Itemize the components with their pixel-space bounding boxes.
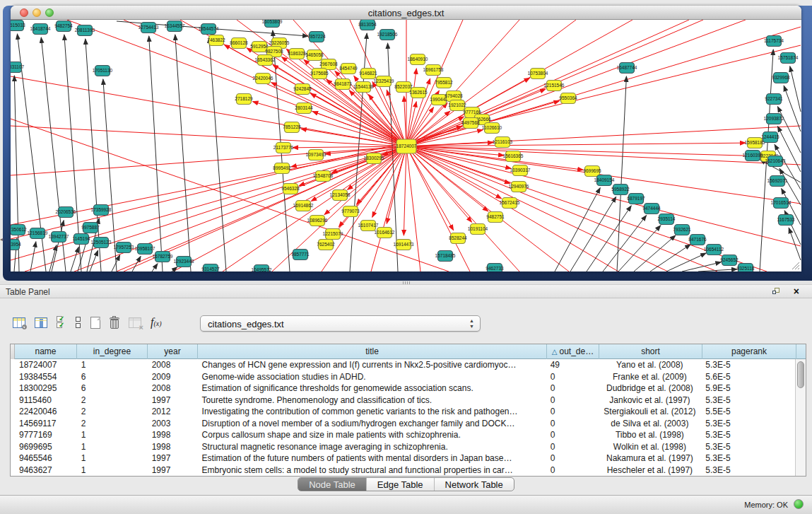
column-header-year[interactable]: year (148, 344, 198, 359)
table-cell[interactable]: 5.3E-5 (701, 452, 795, 465)
network-edge[interactable] (149, 36, 163, 271)
network-graph[interactable]: 1872400774638228660128591295423226055982… (11, 20, 801, 271)
table-cell[interactable]: Estimation of significance thresholds fo… (198, 382, 546, 395)
table-cell[interactable]: 1997 (148, 395, 198, 407)
network-window[interactable]: citations_edges.txt 18724007746382286601… (11, 6, 801, 271)
table-cell[interactable]: Changes of HCN gene expression and I(f) … (198, 359, 546, 371)
network-edge[interactable] (666, 253, 706, 271)
table-cell[interactable]: 0 (546, 371, 599, 383)
table-cell[interactable]: Nakamura et al. (1997) (599, 452, 702, 465)
table-row[interactable]: 977716911998Corpus callosum shape and si… (11, 429, 795, 441)
table-cell[interactable]: 0 (546, 441, 599, 453)
table-cell[interactable]: 9777169 (15, 429, 77, 441)
table-cell[interactable]: 5.3E-5 (701, 395, 795, 407)
row-height-icon[interactable] (76, 317, 81, 329)
network-edge[interactable] (777, 107, 801, 153)
table-row[interactable]: 911546021997Tourette syndrome. Phenomeno… (11, 395, 795, 407)
table-cell[interactable]: Jankovic et al. (1997) (599, 395, 702, 407)
network-edge[interactable] (406, 146, 519, 271)
table-cell[interactable]: 5.6E-5 (701, 371, 795, 383)
network-edge[interactable] (71, 247, 78, 271)
vertical-scrollbar[interactable] (795, 359, 806, 476)
column-header-pagerank[interactable]: pagerank (702, 344, 796, 359)
network-edge[interactable] (11, 146, 406, 175)
table-cell[interactable]: Disruption of a novel member of a sodium… (198, 418, 546, 430)
table-cell[interactable]: 9115460 (15, 395, 77, 407)
table-cell[interactable]: Tibbo et al. (1998) (599, 429, 702, 441)
table-cell[interactable]: 1997 (148, 465, 198, 477)
table-cell[interactable]: 1 (77, 359, 148, 371)
table-cell[interactable]: 0 (546, 429, 599, 441)
tab-node-table[interactable]: Node Table (298, 478, 367, 491)
column-header-in_degree[interactable]: in_degree (77, 344, 148, 359)
table-cell[interactable]: Stergiakouli et al. (2012) (599, 406, 702, 418)
divider-grip-icon[interactable] (403, 281, 410, 284)
table-cell[interactable]: Hescheler et al. (1997) (599, 465, 702, 477)
table-cell[interactable]: 2 (77, 406, 148, 418)
network-edge[interactable] (152, 264, 158, 271)
select-columns-icon[interactable]: ✓✓ (57, 316, 66, 329)
table-cell[interactable]: 5.5E-5 (701, 406, 795, 418)
table-cell[interactable]: 2009 (148, 371, 198, 383)
scrollbar-thumb[interactable] (797, 361, 804, 388)
table-cell[interactable]: 0 (546, 418, 599, 430)
table-cell[interactable]: Embryonic stem cells: a model to study s… (198, 465, 546, 477)
table-row[interactable]: 1938455462009Genome-wide association stu… (11, 371, 795, 383)
table-cell[interactable]: 2008 (148, 382, 198, 395)
table-cell[interactable]: Estimation of the future numbers of pati… (198, 452, 546, 465)
table-cell[interactable]: 5.3E-5 (701, 429, 795, 441)
table-cell[interactable]: Yano et al. (2008) (599, 359, 702, 371)
table-cell[interactable]: 1998 (148, 429, 198, 441)
table-cell[interactable]: 18300295 (15, 382, 77, 395)
column-header-short[interactable]: short (599, 344, 702, 359)
network-edge[interactable] (209, 37, 226, 271)
table-cell[interactable]: 14569117 (15, 418, 77, 430)
table-row[interactable]: 969969511998Structural magnetic resonanc… (11, 441, 795, 453)
network-edge[interactable] (406, 20, 519, 146)
table-cell[interactable]: 2 (77, 418, 148, 430)
network-edge[interactable] (404, 146, 406, 235)
network-edge[interactable] (30, 242, 36, 271)
table-cell[interactable]: 5.3E-5 (701, 359, 795, 371)
network-edge[interactable] (52, 221, 64, 271)
table-cell[interactable]: Corpus callosum shape and size in male p… (198, 429, 546, 441)
table-cell[interactable]: 1 (77, 429, 148, 441)
table-cell[interactable]: Franke et al. (2009) (599, 371, 702, 383)
table-cell[interactable]: 5.3E-5 (701, 418, 795, 430)
table-cell[interactable]: 0 (546, 382, 599, 395)
table-cell[interactable]: 6 (77, 371, 148, 383)
table-cell[interactable]: 5.3E-5 (701, 441, 795, 453)
table-row[interactable]: 1872400712008Changes of HCN gene express… (11, 359, 795, 371)
table-row[interactable]: 946362711997Embryonic stem cells: a mode… (11, 465, 795, 477)
network-edge[interactable] (11, 146, 406, 260)
network-edge[interactable] (223, 146, 406, 271)
table-cell[interactable]: 2008 (148, 359, 198, 371)
table-cell[interactable]: Dudbridge et al. (2008) (599, 382, 702, 395)
table-cell[interactable]: 2012 (148, 406, 198, 418)
network-edge[interactable] (271, 83, 406, 146)
table-cell[interactable]: Investigating the contribution of common… (198, 406, 546, 418)
column-header-out_de[interactable]: △out_de… (547, 344, 599, 359)
network-edge[interactable] (404, 96, 406, 146)
table-cell[interactable]: 2 (77, 395, 148, 407)
network-edge[interactable] (617, 76, 626, 271)
table-row[interactable]: 946554611997Estimation of the future num… (11, 452, 795, 465)
table-cell[interactable]: Structural magnetic resonance image aver… (198, 441, 546, 453)
close-icon[interactable]: × (794, 286, 799, 297)
network-canvas[interactable]: 1872400774638228660128591295423226055982… (11, 20, 801, 271)
tab-network-table[interactable]: Network Table (435, 478, 514, 491)
table-cell[interactable]: 1 (77, 465, 148, 477)
network-edge[interactable] (406, 146, 420, 271)
table-cell[interactable]: Genome-wide association studies in ADHD. (198, 371, 546, 383)
table-cell[interactable]: 1 (77, 441, 148, 453)
table-row[interactable]: 1456911722003Disruption of a novel membe… (11, 418, 795, 430)
network-window-titlebar[interactable]: citations_edges.txt (11, 6, 801, 20)
table-cell[interactable]: 49 (546, 359, 599, 371)
tab-edge-table[interactable]: Edge Table (367, 478, 435, 491)
table-cell[interactable]: 0 (546, 406, 599, 418)
network-edge[interactable] (587, 206, 631, 271)
table-cell[interactable]: 5.9E-5 (701, 382, 795, 395)
table-cell[interactable]: 1997 (148, 452, 198, 465)
network-edge[interactable] (682, 262, 721, 271)
network-edge[interactable] (132, 256, 141, 271)
